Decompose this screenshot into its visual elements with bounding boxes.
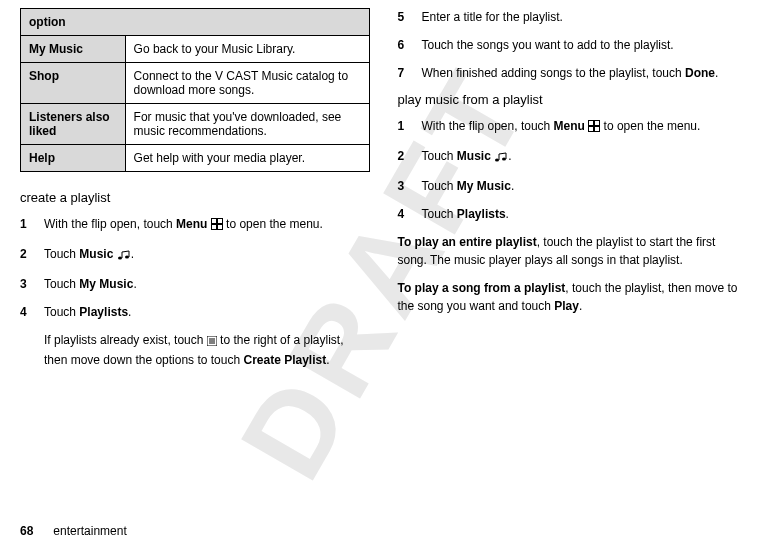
step-note: If playlists already exist, touch to the… <box>44 331 370 369</box>
menu-icon <box>207 333 217 351</box>
step-number: 2 <box>398 147 422 167</box>
step-item: 4 Touch Playlists. <box>20 303 370 321</box>
step-number: 1 <box>398 117 422 137</box>
svg-rect-14 <box>589 127 593 131</box>
option-desc: Get help with your media player. <box>125 145 369 172</box>
step-text: Touch My Music. <box>44 275 370 293</box>
page-number: 68 <box>20 524 33 538</box>
svg-rect-15 <box>595 127 599 131</box>
right-column: 5 Enter a title for the playlist. 6 Touc… <box>398 8 748 379</box>
table-header: option <box>21 9 370 36</box>
step-number: 6 <box>398 36 422 54</box>
step-number: 5 <box>398 8 422 26</box>
step-text: Touch Playlists. <box>422 205 748 223</box>
option-name: Listeners also liked <box>21 104 126 145</box>
play-entire-text: To play an entire playlist, touch the pl… <box>398 233 748 269</box>
option-desc: Go back to your Music Library. <box>125 36 369 63</box>
step-number: 4 <box>20 303 44 321</box>
step-text: Touch Music . <box>422 147 748 167</box>
left-column: option My Music Go back to your Music Li… <box>20 8 370 379</box>
step-number: 3 <box>20 275 44 293</box>
step-text: Touch the songs you want to add to the p… <box>422 36 748 54</box>
svg-rect-13 <box>595 121 599 125</box>
step-number: 1 <box>20 215 44 235</box>
section-name: entertainment <box>53 524 126 538</box>
play-playlist-heading: play music from a playlist <box>398 92 748 107</box>
table-row: Shop Connect to the V CAST Music catalog… <box>21 63 370 104</box>
music-icon <box>117 247 131 265</box>
step-text: When finished adding songs to the playli… <box>422 64 748 82</box>
step-item: 5 Enter a title for the playlist. <box>398 8 748 26</box>
svg-point-16 <box>495 159 499 162</box>
table-row: Listeners also liked For music that you'… <box>21 104 370 145</box>
option-desc: Connect to the V CAST Music catalog to d… <box>125 63 369 104</box>
step-item: 1 With the flip open, touch Menu to open… <box>20 215 370 235</box>
play-song-text: To play a song from a playlist, touch th… <box>398 279 748 315</box>
step-text: Enter a title for the playlist. <box>422 8 748 26</box>
table-row: Help Get help with your media player. <box>21 145 370 172</box>
svg-point-5 <box>118 257 122 260</box>
grid-icon <box>588 119 600 137</box>
svg-rect-4 <box>218 225 222 229</box>
step-item: 3 Touch My Music. <box>398 177 748 195</box>
svg-rect-12 <box>589 121 593 125</box>
svg-point-6 <box>125 256 129 259</box>
step-text: Touch My Music. <box>422 177 748 195</box>
option-name: Shop <box>21 63 126 104</box>
create-playlist-heading: create a playlist <box>20 190 370 205</box>
option-desc: For music that you've downloaded, see mu… <box>125 104 369 145</box>
step-item: 7 When finished adding songs to the play… <box>398 64 748 82</box>
step-item: 2 Touch Music . <box>398 147 748 167</box>
step-item: 6 Touch the songs you want to add to the… <box>398 36 748 54</box>
grid-icon <box>211 217 223 235</box>
step-item: 3 Touch My Music. <box>20 275 370 293</box>
step-number: 4 <box>398 205 422 223</box>
step-number: 3 <box>398 177 422 195</box>
svg-rect-1 <box>212 219 216 223</box>
step-item: 2 Touch Music . <box>20 245 370 265</box>
step-number: 7 <box>398 64 422 82</box>
option-name: Help <box>21 145 126 172</box>
options-table: option My Music Go back to your Music Li… <box>20 8 370 172</box>
step-item: 4 Touch Playlists. <box>398 205 748 223</box>
svg-point-17 <box>502 158 506 161</box>
table-row: My Music Go back to your Music Library. <box>21 36 370 63</box>
svg-rect-3 <box>212 225 216 229</box>
svg-rect-2 <box>218 219 222 223</box>
step-text: With the flip open, touch Menu to open t… <box>44 215 370 235</box>
music-icon <box>494 149 508 167</box>
step-item: 1 With the flip open, touch Menu to open… <box>398 117 748 137</box>
step-text: Touch Playlists. <box>44 303 370 321</box>
step-number: 2 <box>20 245 44 265</box>
option-name: My Music <box>21 36 126 63</box>
step-text: Touch Music . <box>44 245 370 265</box>
step-text: With the flip open, touch Menu to open t… <box>422 117 748 137</box>
page-footer: 68entertainment <box>20 524 127 538</box>
